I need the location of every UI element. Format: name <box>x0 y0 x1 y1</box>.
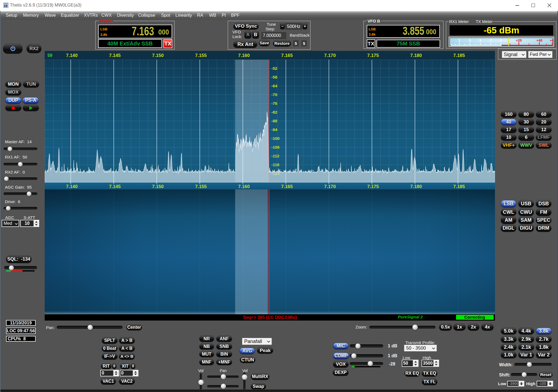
svg-text:7.140: 7.140 <box>66 53 78 58</box>
svg-text:7.145: 7.145 <box>109 184 121 189</box>
svg-text:Seq=> 265 (CC DDC2 Mic): Seq=> 265 (CC DDC2 Mic) <box>243 315 297 320</box>
svg-text:7.160: 7.160 <box>238 184 250 189</box>
svg-text:PureSignal 2: PureSignal 2 <box>398 315 423 319</box>
svg-text:7.160: 7.160 <box>238 53 250 58</box>
svg-text:7.185: 7.185 <box>453 184 465 189</box>
svg-text:1: 1 <box>458 38 460 42</box>
svg-text:7.145: 7.145 <box>109 53 121 58</box>
svg-text:7.170: 7.170 <box>324 184 336 189</box>
svg-text:7.175: 7.175 <box>367 53 379 58</box>
svg-text:7.155: 7.155 <box>195 53 207 58</box>
svg-text:59: 59 <box>47 53 52 58</box>
svg-text:7.165: 7.165 <box>281 184 293 189</box>
svg-text:7.140: 7.140 <box>66 184 78 189</box>
svg-text:+20: +20 <box>516 38 522 42</box>
svg-text:+40: +40 <box>536 38 542 42</box>
svg-text:7.170: 7.170 <box>324 53 336 58</box>
svg-text:7.180: 7.180 <box>410 184 422 189</box>
svg-text:7.150: 7.150 <box>152 53 164 58</box>
svg-text:Correcting: Correcting <box>464 315 485 319</box>
svg-text:7.155: 7.155 <box>195 184 207 189</box>
svg-text:7.165: 7.165 <box>281 53 293 58</box>
svg-text:9: 9 <box>500 38 502 42</box>
svg-text:5: 5 <box>479 38 481 42</box>
svg-text:7: 7 <box>490 38 492 42</box>
svg-text:7.150: 7.150 <box>152 184 164 189</box>
svg-text:7.180: 7.180 <box>410 53 422 58</box>
svg-text:7.185: 7.185 <box>453 53 465 58</box>
svg-text:3: 3 <box>469 38 471 42</box>
svg-text:+60: +60 <box>550 38 554 42</box>
svg-text:7.175: 7.175 <box>367 184 379 189</box>
